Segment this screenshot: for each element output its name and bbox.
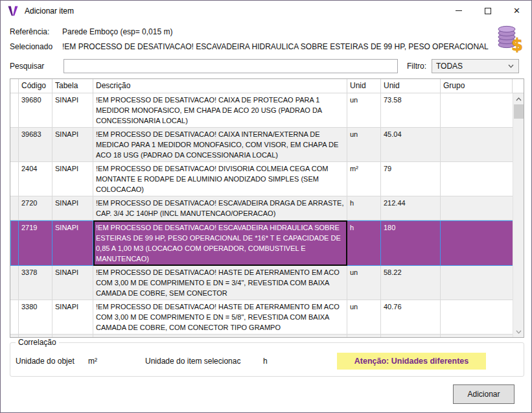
cell-unid[interactable]: un [347,300,381,335]
cell-codigo[interactable]: 3378 [19,266,52,300]
cell-desc[interactable]: !EM PROCESSO DE DESATIVACAO! CAIXA INTER… [93,128,347,162]
cell-valor[interactable]: 212.44 [381,196,441,220]
unidade-item-label: Unidade do item selecionac [145,357,263,366]
chevron-down-icon [508,64,514,68]
table-row[interactable]: 39680SINAPI!EM PROCESSO DE DESATIVACAO! … [10,93,513,128]
cell-tabela[interactable]: SINAPI [52,196,93,220]
referencia-value: Parede Emboço (esp= 0,015 m) [62,27,490,36]
column-header-descricao[interactable]: Descrição [93,79,347,93]
maximize-icon [485,8,491,14]
cell-tabela[interactable]: SINAPI [52,128,93,162]
cell-rowhead[interactable] [10,266,19,300]
table-row[interactable]: 2720SINAPI!EM PROCESSO DE DESATIVACAO! E… [10,196,513,220]
cell-unid[interactable]: un [347,93,381,128]
cell-rowhead[interactable] [10,220,19,266]
cell-desc[interactable]: !EM PROCESSO DE DESATIVACAO! ESCAVADEIRA… [93,220,347,266]
cell-desc[interactable]: !EM PROCESSO DE DESATIVACAO! DIVISORIA C… [93,162,347,196]
cell-rowhead[interactable] [10,162,19,196]
cell-grupo[interactable] [441,300,513,335]
cell-grupo[interactable] [441,220,513,266]
dialog-adicionar-item: Adicionar item ✕ Referência: Parede Embo… [0,0,532,413]
cell-desc[interactable]: !EM PROCESSO DE DESATIVACAO! HASTE DE AT… [93,335,347,338]
adicionar-button[interactable]: Adicionar [453,384,515,404]
cell-unid[interactable]: un [347,335,381,338]
column-header-unid[interactable]: Unid [347,79,381,93]
cell-tabela[interactable]: SINAPI [52,162,93,196]
column-header-tabela[interactable]: Tabela [52,79,93,93]
cell-valor[interactable]: 40.76 [381,300,441,335]
cell-valor[interactable]: 73.58 [381,93,441,128]
cell-rowhead[interactable] [10,196,19,220]
info-header: Referência: Parede Emboço (esp= 0,015 m)… [1,21,531,51]
close-button[interactable]: ✕ [502,1,531,21]
cell-unid[interactable]: h [347,196,381,220]
chevron-down-icon [516,330,522,334]
scroll-down-button[interactable] [513,326,524,337]
cell-codigo[interactable]: 39683 [19,128,52,162]
maximize-button[interactable] [473,1,502,21]
column-header-unid-valor[interactable]: Unid [381,79,441,93]
cell-codigo[interactable]: 39680 [19,93,52,128]
column-header-grupo[interactable]: Grupo [441,79,513,93]
column-header-codigo[interactable]: Código [19,79,52,93]
table-row[interactable]: 39683SINAPI!EM PROCESSO DE DESATIVACAO! … [10,128,513,162]
cell-unid[interactable]: un [347,128,381,162]
cell-codigo[interactable]: 3380 [19,300,52,335]
minimize-button[interactable] [444,1,473,21]
cell-desc[interactable]: !EM PROCESSO DE DESATIVACAO! HASTE DE AT… [93,266,347,300]
items-table: Código Tabela Descrição Unid Unid Grupo … [10,78,524,338]
cell-grupo[interactable] [441,335,513,338]
cell-valor[interactable]: 180 [381,220,441,266]
cell-unid[interactable]: m² [347,162,381,196]
cell-grupo[interactable] [441,196,513,220]
app-logo-icon [7,5,19,17]
cell-rowhead[interactable] [10,93,19,128]
cell-tabela[interactable]: SINAPI [52,266,93,300]
coins-dollar-icon: $ [495,23,524,53]
cell-rowhead[interactable] [10,128,19,162]
cell-valor[interactable]: 39.35 [381,335,441,338]
column-header-rowselector[interactable] [10,79,19,93]
units-warning-badge: Atenção: Unidades diferentes [337,353,486,370]
search-row: Pesquisar Filtro: TODAS [1,57,531,73]
cell-grupo[interactable] [441,128,513,162]
cell-tabela[interactable]: SINAPI [52,220,93,266]
scrollbar-thumb[interactable] [514,104,524,119]
window-title: Adicionar item [25,6,74,16]
filtro-label: Filtro: [407,62,426,71]
footer: Adicionar [1,377,531,404]
cell-desc[interactable]: !EM PROCESSO DE DESATIVACAO! CAIXA DE PR… [93,93,347,128]
table-row[interactable]: 3378SINAPI!EM PROCESSO DE DESATIVACAO! H… [10,266,513,300]
cell-grupo[interactable] [441,162,513,196]
cell-rowhead[interactable] [10,300,19,335]
cell-codigo[interactable]: 2719 [19,220,52,266]
cell-codigo[interactable]: 2720 [19,196,52,220]
cell-desc[interactable]: !EM PROCESSO DE DESATIVACAO! HASTE DE AT… [93,300,347,335]
cell-unid[interactable]: h [347,220,381,266]
referencia-label: Referência: [10,27,62,36]
table-row[interactable]: 3379SINAPI!EM PROCESSO DE DESATIVACAO! H… [10,335,513,338]
header-scroll-spacer [513,79,524,93]
cell-grupo[interactable] [441,266,513,300]
cell-unid[interactable]: un [347,266,381,300]
table-row[interactable]: 3380SINAPI!EM PROCESSO DE DESATIVACAO! H… [10,300,513,335]
close-icon: ✕ [513,6,520,15]
unidade-objeto-value: m² [88,357,145,366]
filter-dropdown[interactable]: TODAS [432,59,519,73]
table-row-selected[interactable]: 2719SINAPI!EM PROCESSO DE DESATIVACAO! E… [10,220,513,266]
table-row[interactable]: 2404SINAPI!EM PROCESSO DE DESATIVACAO! D… [10,162,513,196]
pesquisar-label: Pesquisar [10,62,64,71]
search-input[interactable] [64,59,398,73]
cell-codigo[interactable]: 2404 [19,162,52,196]
cell-valor[interactable]: 79 [381,162,441,196]
cell-tabela[interactable]: SINAPI [52,93,93,128]
scroll-up-button[interactable] [513,93,524,104]
filter-selected-value: TODAS [436,62,463,71]
cell-desc[interactable]: !EM PROCESSO DE DESATIVACAO! ESCAVADEIRA… [93,196,347,220]
cell-valor[interactable]: 58.22 [381,266,441,300]
unidade-objeto-label: Unidade do objet [16,357,88,366]
vertical-scrollbar[interactable] [513,93,524,337]
cell-tabela[interactable]: SINAPI [52,300,93,335]
cell-grupo[interactable] [441,93,513,128]
cell-valor[interactable]: 45.04 [381,128,441,162]
